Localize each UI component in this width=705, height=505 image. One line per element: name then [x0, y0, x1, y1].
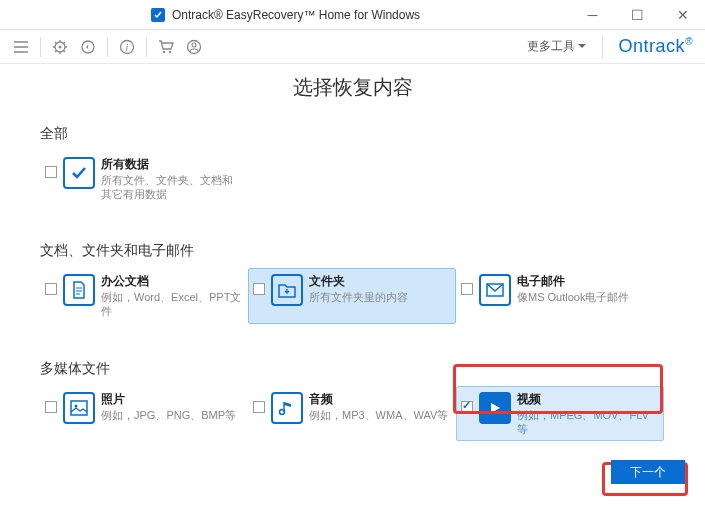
section-media: 多媒体文件 照片 例如，JPG、PNG、BMP等 音频 例如，MP3、WMA、W…	[40, 360, 665, 441]
more-tools-dropdown[interactable]: 更多工具	[527, 38, 586, 55]
menu-icon[interactable]	[12, 38, 30, 56]
checkbox-office[interactable]	[45, 283, 57, 295]
titlebar-title-area: Ontrack® EasyRecovery™ Home for Windows	[0, 7, 570, 23]
next-button[interactable]: 下一个	[611, 460, 685, 484]
play-icon	[479, 392, 511, 424]
svg-point-7	[169, 50, 171, 52]
option-video-title: 视频	[517, 391, 659, 408]
separator	[40, 37, 41, 57]
section-media-title: 多媒体文件	[40, 360, 665, 378]
info-icon[interactable]: i	[118, 38, 136, 56]
svg-point-6	[163, 50, 165, 52]
svg-point-9	[192, 43, 196, 47]
app-icon	[150, 7, 166, 23]
separator	[602, 36, 603, 58]
option-email-title: 电子邮件	[517, 273, 629, 290]
gear-icon[interactable]	[51, 38, 69, 56]
section-docs: 文档、文件夹和电子邮件 办公文档 例如，Word、Excel、PPT文件 文件夹…	[40, 242, 665, 323]
option-audio[interactable]: 音频 例如，MP3、WMA、WAV等	[248, 386, 456, 441]
section-all-title: 全部	[40, 125, 665, 143]
checkbox-all-data[interactable]	[45, 166, 57, 178]
folder-download-icon	[271, 274, 303, 306]
user-icon[interactable]	[185, 38, 203, 56]
svg-point-12	[75, 404, 78, 407]
option-folder-title: 文件夹	[309, 273, 408, 290]
checkbox-email[interactable]	[461, 283, 473, 295]
section-docs-title: 文档、文件夹和电子邮件	[40, 242, 665, 260]
close-button[interactable]: ✕	[660, 0, 705, 30]
more-tools-label: 更多工具	[527, 38, 575, 55]
separator	[107, 37, 108, 57]
brand-logo: Ontrack®	[619, 36, 693, 57]
refresh-icon[interactable]	[79, 38, 97, 56]
toolbar-right: 更多工具 Ontrack®	[527, 36, 693, 58]
separator	[146, 37, 147, 57]
option-all-data-desc: 所有文件、文件夹、文档和其它有用数据	[101, 173, 243, 202]
window-controls: ─ ☐ ✕	[570, 0, 705, 30]
titlebar: Ontrack® EasyRecovery™ Home for Windows …	[0, 0, 705, 30]
section-all: 全部 所有数据 所有文件、文件夹、文档和其它有用数据	[40, 125, 665, 206]
option-photo[interactable]: 照片 例如，JPG、PNG、BMP等	[40, 386, 248, 441]
option-audio-title: 音频	[309, 391, 448, 408]
option-all-data[interactable]: 所有数据 所有文件、文件夹、文档和其它有用数据	[40, 151, 248, 206]
content-area: 选择恢复内容 全部 所有数据 所有文件、文件夹、文档和其它有用数据 文档、文件夹…	[0, 64, 705, 504]
option-photo-title: 照片	[101, 391, 236, 408]
svg-rect-11	[71, 401, 87, 415]
checkmark-icon	[63, 157, 95, 189]
checkbox-audio[interactable]	[253, 401, 265, 413]
checkbox-photo[interactable]	[45, 401, 57, 413]
option-email-desc: 像MS Outlook电子邮件	[517, 290, 629, 304]
maximize-button[interactable]: ☐	[615, 0, 660, 30]
option-all-data-title: 所有数据	[101, 156, 243, 173]
option-video[interactable]: 视频 例如，MPEG、MOV、FLV等	[456, 386, 664, 441]
option-photo-desc: 例如，JPG、PNG、BMP等	[101, 408, 236, 422]
option-office-desc: 例如，Word、Excel、PPT文件	[101, 290, 243, 319]
envelope-icon	[479, 274, 511, 306]
image-icon	[63, 392, 95, 424]
svg-point-2	[59, 45, 62, 48]
minimize-button[interactable]: ─	[570, 0, 615, 30]
option-office[interactable]: 办公文档 例如，Word、Excel、PPT文件	[40, 268, 248, 323]
cart-icon[interactable]	[157, 38, 175, 56]
option-folder-desc: 所有文件夹里的内容	[309, 290, 408, 304]
music-note-icon	[271, 392, 303, 424]
app-title: Ontrack® EasyRecovery™ Home for Windows	[172, 8, 420, 22]
svg-text:i: i	[126, 42, 129, 53]
toolbar: i 更多工具 Ontrack®	[0, 30, 705, 64]
checkbox-folder[interactable]	[253, 283, 265, 295]
page-title: 选择恢复内容	[40, 74, 665, 101]
option-audio-desc: 例如，MP3、WMA、WAV等	[309, 408, 448, 422]
svg-point-13	[280, 409, 285, 414]
document-icon	[63, 274, 95, 306]
main-panel: 选择恢复内容 全部 所有数据 所有文件、文件夹、文档和其它有用数据 文档、文件夹…	[0, 64, 705, 441]
toolbar-left: i	[12, 37, 203, 57]
chevron-down-icon	[578, 44, 586, 49]
option-video-desc: 例如，MPEG、MOV、FLV等	[517, 408, 659, 437]
option-folder[interactable]: 文件夹 所有文件夹里的内容	[248, 268, 456, 323]
option-email[interactable]: 电子邮件 像MS Outlook电子邮件	[456, 268, 664, 323]
option-office-title: 办公文档	[101, 273, 243, 290]
checkbox-video[interactable]	[461, 401, 473, 413]
